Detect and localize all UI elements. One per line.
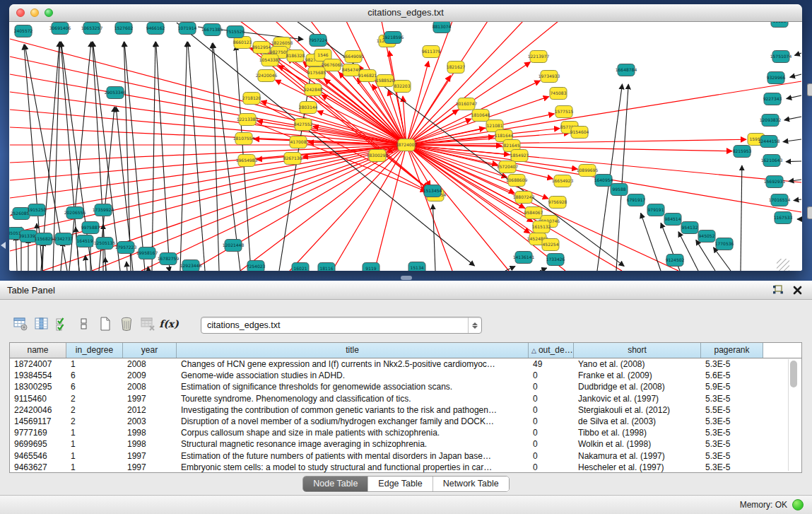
graph-node[interactable]: 18116	[318, 263, 335, 271]
show-columns-icon[interactable]	[31, 315, 52, 333]
graph-node[interactable]: 2405572	[14, 25, 33, 37]
graph-node[interactable]: 9975887	[81, 222, 100, 234]
graph-node[interactable]: 15720407	[497, 161, 519, 173]
graph-node[interactable]: 2342737	[54, 233, 73, 245]
graph-node[interactable]: 1577515	[555, 106, 574, 118]
graph-node[interactable]: 979191	[647, 204, 664, 216]
graph-node[interactable]: 19218596	[382, 32, 404, 44]
graph-node[interactable]: 15692931	[764, 176, 786, 188]
close-panel-icon[interactable]	[793, 286, 802, 295]
graph-node[interactable]: 1821627	[447, 62, 466, 74]
graph-node[interactable]: 10688609	[506, 175, 528, 187]
hidden-panel-handle[interactable]	[807, 83, 812, 96]
graph-node[interactable]: 1615132	[532, 221, 551, 233]
graph-node[interactable]: 984514	[664, 214, 681, 226]
graph-node[interactable]: 8912954	[252, 42, 271, 54]
table-row[interactable]: 1872400712008Changes of HCN gene express…	[10, 358, 801, 370]
graph-node[interactable]: 99588	[611, 184, 628, 196]
graph-node[interactable]: 22420046	[256, 70, 278, 82]
table-row[interactable]: 946554611997Estimation of the future num…	[10, 450, 801, 462]
window-resize-grip[interactable]	[777, 259, 789, 271]
table-row[interactable]: 946362711997Embryonic stem cells: a mode…	[10, 462, 801, 473]
graph-node[interactable]: 1640954	[594, 175, 613, 187]
graph-node[interactable]: 12213977	[528, 51, 550, 63]
graph-node[interactable]: 9584067	[524, 207, 543, 219]
graph-node[interactable]: 17359924	[93, 204, 114, 216]
graph-node[interactable]: 8215953	[733, 146, 752, 158]
table-row[interactable]: 977716911998Corpus callosum shape and si…	[10, 427, 801, 438]
delete-table-icon[interactable]	[137, 315, 158, 333]
graph-node[interactable]: 16649091	[343, 51, 365, 63]
graph-node[interactable]: 19734933	[539, 71, 560, 83]
graph-node[interactable]: 9227343	[763, 93, 782, 105]
hidden-panel-handle[interactable]	[807, 206, 812, 219]
graph-node[interactable]: 12213383	[237, 114, 259, 126]
graph-hub-node[interactable]: 18724007	[396, 139, 418, 151]
graph-node[interactable]: 1810648	[471, 110, 490, 122]
graph-node[interactable]: 7254023	[247, 261, 266, 271]
tab-node-table[interactable]: Node Table	[303, 477, 367, 491]
graph-node[interactable]: 164519	[76, 235, 93, 247]
graph-node[interactable]: 29053346	[105, 87, 126, 99]
graph-node[interactable]: 30691406	[49, 23, 71, 35]
graph-node[interactable]: 1513454	[423, 185, 442, 197]
graph-node[interactable]: 12505135	[94, 238, 116, 250]
graph-node[interactable]: 1588520	[376, 75, 395, 87]
graph-node[interactable]: 7957224	[309, 35, 328, 47]
graph-node[interactable]: 12021448	[223, 240, 245, 252]
table-row[interactable]: 1456911722003Disruption of a novel membe…	[10, 416, 801, 427]
graph-node[interactable]: 8267130	[283, 153, 302, 165]
graph-node[interactable]: 2718120	[242, 93, 261, 105]
column-header-short[interactable]: short	[574, 343, 701, 358]
column-header-pagerank[interactable]: pagerank	[701, 343, 763, 358]
graph-node[interactable]: 8186328	[286, 50, 305, 62]
function-builder-icon[interactable]: f(x)	[158, 315, 180, 333]
graph-node[interactable]: 18300295	[367, 150, 389, 162]
graph-node[interactable]: 1167533	[774, 212, 793, 224]
graph-node[interactable]: 12923448	[180, 260, 202, 271]
table-row[interactable]: 911546021997Tourette syndrome. Phenomeno…	[10, 393, 801, 404]
graph-node[interactable]: 9329966	[767, 72, 786, 84]
graph-node[interactable]: 16648784	[616, 64, 637, 76]
graph-node[interactable]: 15134	[408, 262, 425, 271]
column-header-out-de[interactable]: △out_de…	[529, 343, 574, 358]
graph-node[interactable]: 10899695	[577, 165, 599, 177]
column-header-name[interactable]: name	[10, 343, 66, 358]
float-window-icon[interactable]	[772, 285, 783, 295]
graph-node[interactable]: 954132	[681, 222, 698, 234]
memory-status-indicator[interactable]	[792, 499, 804, 510]
graph-node[interactable]: 745083	[550, 88, 567, 100]
graph-node[interactable]: 9119	[363, 263, 379, 271]
graph-node[interactable]: 18107554	[233, 133, 255, 145]
graph-node[interactable]: 2803144	[299, 102, 318, 114]
graph-node[interactable]: 7515526	[226, 26, 245, 38]
graph-node[interactable]: 16021	[292, 263, 309, 271]
graph-node[interactable]: 8813074	[433, 22, 452, 33]
graph-node[interactable]: 8427552	[294, 119, 313, 131]
collapse-panel-arrow-icon[interactable]	[1, 242, 6, 249]
graph-node[interactable]: 1733426	[546, 254, 565, 266]
tab-network-table[interactable]: Network Table	[433, 477, 509, 491]
scrollbar-thumb[interactable]	[790, 361, 797, 387]
graph-node[interactable]: 9124502	[666, 255, 685, 267]
graph-node[interactable]: 16210643	[761, 155, 783, 167]
graph-node[interactable]: 9146821	[358, 70, 377, 82]
graph-node[interactable]: 8660123	[233, 37, 252, 49]
graph-node[interactable]: 832203	[394, 81, 411, 93]
graph-node[interactable]: 417008	[290, 136, 307, 148]
network-graph-canvas[interactable]: 8660123891295418226058982750981863289827…	[9, 22, 802, 271]
table-row[interactable]: 1830029562008Estimation of significance …	[10, 381, 801, 392]
row-height-icon[interactable]	[73, 315, 95, 333]
graph-node[interactable]: 19654983	[236, 155, 258, 167]
graph-node[interactable]: 17016514	[769, 194, 791, 206]
graph-node[interactable]: 1915250	[28, 204, 47, 216]
graph-node[interactable]: 19958167	[136, 247, 158, 259]
graph-node[interactable]: 6791917	[627, 194, 646, 206]
selection-mode-icon[interactable]	[52, 315, 73, 333]
table-selector-combobox[interactable]: citations_edges.txt	[201, 317, 482, 334]
graph-node[interactable]: 15751074	[770, 51, 792, 63]
graph-node[interactable]: 20206556	[64, 207, 86, 219]
graph-node[interactable]: 9175685	[307, 67, 326, 79]
graph-node[interactable]: 9154604	[570, 127, 589, 139]
graph-node[interactable]: 12093832	[760, 115, 782, 127]
